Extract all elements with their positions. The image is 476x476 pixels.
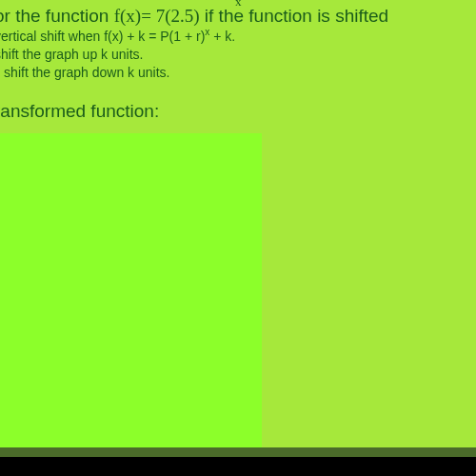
footer-strip — [0, 447, 476, 457]
bullet-1-text-a: vertical shift when f(x) + k = P(1 + r) — [0, 29, 205, 44]
bullet-1-text-b: + k. — [209, 29, 235, 44]
bottom-bar — [0, 457, 476, 476]
section-heading: ransformed function: — [0, 101, 159, 122]
bullet-line-3: ll shift the graph down k units. — [0, 64, 470, 82]
highlight-box — [0, 133, 262, 447]
slide-background: x or the function f(x)= 7(2.5) if the fu… — [0, 0, 476, 457]
section-heading-text: ransformed function: — [0, 101, 159, 121]
text-area: x or the function f(x)= 7(2.5) if the fu… — [0, 6, 476, 81]
bullet-line-2: shift the graph up k units. — [0, 46, 470, 64]
exponent-x: x — [235, 0, 242, 10]
title-line: x or the function f(x)= 7(2.5) if the fu… — [0, 6, 470, 28]
title-fragment-c: if the function is shifted — [200, 6, 389, 26]
function-expression: f(x)= 7(2.5) — [114, 6, 200, 26]
stage: x or the function f(x)= 7(2.5) if the fu… — [0, 0, 476, 476]
title-fragment-a: or the function — [0, 6, 114, 26]
bullet-3-text: ll shift the graph down k units. — [0, 65, 169, 80]
bullet-2-text: shift the graph up k units. — [0, 47, 143, 62]
bullet-line-1: vertical shift when f(x) + k = P(1 + r)x… — [0, 28, 470, 46]
